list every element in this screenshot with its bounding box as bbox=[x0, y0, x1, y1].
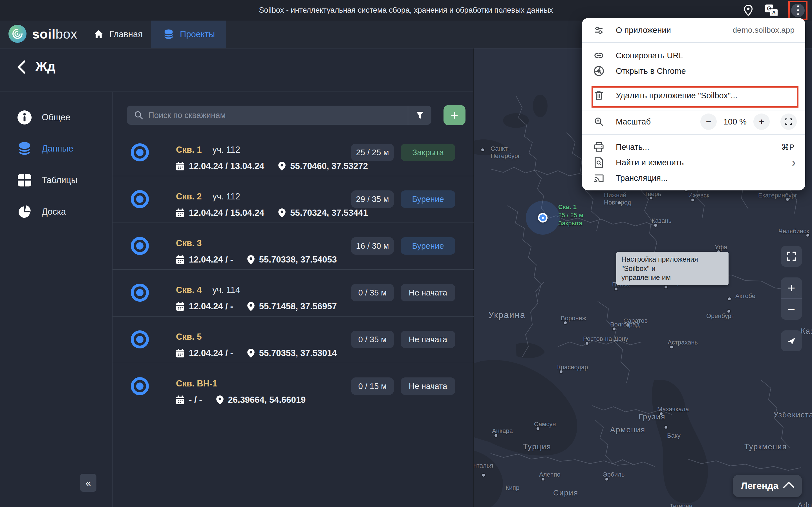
map-zoom-out-button[interactable]: − bbox=[781, 299, 802, 320]
well-name: Скв. ВН-1 bbox=[176, 379, 217, 389]
well-list-item[interactable]: Скв. ВН-1 - / - 26.39664, 54.66019 0 / 1… bbox=[112, 363, 474, 409]
location-pin-icon bbox=[247, 302, 255, 311]
sidebar-item-board[interactable]: Доска bbox=[0, 197, 112, 226]
menu-item-copy-url[interactable]: Скопировать URL bbox=[582, 48, 805, 63]
add-well-button[interactable]: + bbox=[444, 105, 465, 125]
map-city-label: Уфа bbox=[715, 244, 727, 251]
well-depth-badge: 29 / 35 м bbox=[351, 190, 394, 208]
map-city-label: Кипр bbox=[506, 484, 519, 492]
map-city-label: Актобе bbox=[735, 292, 755, 300]
database-icon bbox=[162, 27, 175, 42]
zoom-in-button[interactable]: + bbox=[753, 114, 770, 130]
search-input[interactable] bbox=[148, 111, 408, 120]
project-title: Жд bbox=[36, 59, 56, 74]
map-city-label: Ижевск bbox=[688, 192, 709, 199]
legend-button[interactable]: Легенда bbox=[733, 475, 802, 497]
well-coordinates: 55.70460, 37.53272 bbox=[290, 161, 368, 171]
map-city-dot bbox=[728, 297, 731, 300]
well-status-badge: Не начата bbox=[401, 331, 455, 348]
map-city-label: Воронеж bbox=[561, 315, 586, 322]
brand-logo[interactable]: soilbox bbox=[8, 25, 77, 43]
map-city-label: Махачкала bbox=[657, 406, 689, 413]
menu-item-about-app[interactable]: О приложении demo.soilbox.app bbox=[582, 22, 805, 38]
map-city-dot bbox=[618, 202, 621, 204]
link-icon bbox=[582, 50, 616, 61]
project-header: Жд bbox=[0, 48, 474, 92]
map-zoom-in-button[interactable]: + bbox=[781, 277, 802, 299]
app-domain: demo.soilbox.app bbox=[733, 25, 805, 35]
well-list-item[interactable]: Скв. 3 12.04.24 / - 55.70338, 37.54053 1… bbox=[112, 223, 474, 270]
filter-button[interactable] bbox=[408, 106, 432, 125]
map-city-dot bbox=[564, 321, 567, 324]
map-country-label: Казахстан bbox=[801, 327, 812, 336]
map-city-label: Самсун bbox=[534, 420, 556, 428]
well-list-item[interactable]: Скв. 2 уч. 112 12.04.24 / 15.04.24 55.70… bbox=[112, 176, 474, 223]
well-list-item[interactable]: Скв. 5 12.04.24 / - 55.70353, 37.53014 0… bbox=[112, 317, 474, 363]
kebab-menu-button[interactable] bbox=[791, 4, 805, 17]
map-city-label: Тегеран bbox=[670, 503, 693, 507]
print-shortcut: ⌘P bbox=[781, 143, 805, 152]
calendar-icon bbox=[176, 255, 185, 264]
map-fullscreen-button[interactable] bbox=[781, 246, 802, 267]
well-plot: уч. 112 bbox=[212, 145, 240, 155]
chrome-app-menu: О приложении demo.soilbox.app Скопироват… bbox=[582, 18, 805, 190]
collapse-sidebar-button[interactable]: « bbox=[80, 474, 96, 492]
well-status-badge: Бурение bbox=[401, 190, 455, 208]
map-well-marker[interactable] bbox=[538, 213, 548, 223]
printer-icon bbox=[582, 142, 616, 152]
locate-arrow-icon bbox=[786, 336, 797, 346]
search-box bbox=[127, 106, 432, 125]
well-list-item[interactable]: Скв. 4 уч. 114 12.04.24 / - 55.71458, 37… bbox=[112, 270, 474, 317]
zoom-out-button[interactable]: − bbox=[700, 114, 717, 130]
nav-item-projects[interactable]: Проекты bbox=[151, 20, 226, 48]
map-city-dot bbox=[806, 234, 809, 237]
sidebar-item-tables[interactable]: Таблицы bbox=[0, 166, 112, 195]
chrome-icon bbox=[582, 66, 616, 76]
well-depth-badge: 0 / 35 м bbox=[351, 331, 394, 348]
location-pin-icon bbox=[278, 162, 286, 171]
map-locate-button[interactable] bbox=[781, 330, 802, 351]
well-marker-icon bbox=[131, 190, 149, 208]
nav-item-home[interactable]: Главная bbox=[82, 20, 154, 48]
sidebar-item-general[interactable]: Общее bbox=[0, 103, 112, 132]
menu-item-cast[interactable]: Трансляция... bbox=[582, 170, 805, 186]
well-status-badge: Не начата bbox=[401, 378, 455, 395]
database-icon bbox=[17, 141, 32, 156]
back-chevron-icon[interactable] bbox=[15, 59, 29, 75]
location-pin-icon bbox=[278, 209, 286, 217]
map-city-label: Нижний Новгород bbox=[604, 191, 631, 207]
map-city-dot bbox=[537, 427, 539, 430]
map-city-dot bbox=[560, 371, 562, 373]
map-city-label: Эрбиль bbox=[603, 471, 624, 478]
translate-icon[interactable]: GA bbox=[765, 4, 777, 17]
map-city-dot bbox=[654, 224, 657, 227]
well-name: Скв. 3 bbox=[176, 238, 202, 248]
home-icon bbox=[93, 27, 104, 42]
well-status-badge: Не начата bbox=[401, 284, 455, 301]
map-city-label: Волгоград bbox=[610, 321, 640, 328]
menu-item-print[interactable]: Печать... ⌘P bbox=[582, 139, 805, 155]
soilbox-app-window: Soilbox - интеллектуальная система сбора… bbox=[0, 0, 812, 507]
well-coordinates: 55.70338, 37.54053 bbox=[259, 255, 337, 265]
location-pin-icon[interactable] bbox=[742, 4, 755, 17]
menu-item-open-in-chrome[interactable]: Открыть в Chrome bbox=[582, 63, 805, 79]
info-icon bbox=[17, 110, 32, 125]
well-dates: 12.04.24 / 13.04.24 bbox=[189, 161, 264, 171]
menu-item-find-and-edit[interactable]: Найти и изменить › bbox=[582, 155, 805, 170]
location-pin-icon bbox=[247, 349, 255, 358]
sidebar-item-data[interactable]: Данные bbox=[0, 134, 112, 163]
well-coordinates: 55.71458, 37.56957 bbox=[259, 301, 337, 312]
cast-icon bbox=[582, 173, 616, 183]
map-country-label: Украина bbox=[488, 310, 525, 320]
map-city-dot bbox=[691, 199, 694, 202]
well-list-item[interactable]: Скв. 1 уч. 112 12.04.24 / 13.04.24 55.70… bbox=[112, 129, 474, 176]
map-city-dot bbox=[586, 342, 589, 345]
map-city-dot bbox=[650, 196, 652, 200]
map-city-dot bbox=[786, 198, 789, 201]
menu-button-tooltip: Настройка приложения "Soilbox" и управле… bbox=[616, 252, 728, 285]
fullscreen-button[interactable] bbox=[780, 114, 797, 130]
well-dates: 12.04.24 / - bbox=[189, 348, 233, 358]
wells-list: Скв. 1 уч. 112 12.04.24 / 13.04.24 55.70… bbox=[112, 129, 474, 409]
pwa-titlebar: Soilbox - интеллектуальная система сбора… bbox=[0, 0, 812, 20]
map-city-dot bbox=[615, 288, 617, 290]
